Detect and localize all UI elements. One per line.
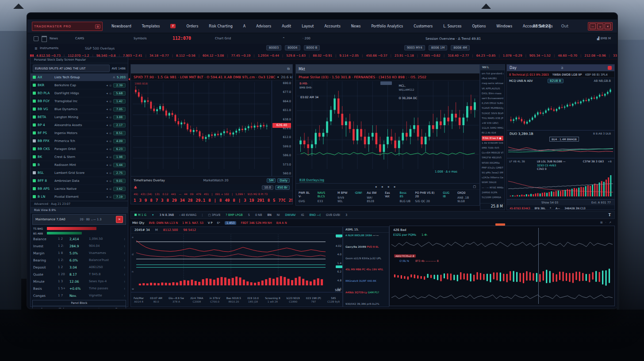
footer-column[interactable]: Asi 8WWA! 8528	[367, 191, 380, 203]
trade-tool-item[interactable]: 3	[345, 213, 347, 217]
watchlist-row[interactable]: BKCrest & Stern◂▫1.98	[31, 153, 128, 161]
watchlist-row[interactable]: BD PLADanFlight Hldgs◂▫5.6B	[31, 89, 128, 97]
chart1-titlebar[interactable]: ⧉	[131, 65, 292, 74]
menu-item[interactable]: Audit	[282, 24, 291, 28]
footer-column[interactable]: ·GIW!	[354, 191, 362, 196]
mini-chart-canvas[interactable]	[508, 84, 613, 129]
clover-icon[interactable]: ♣	[134, 185, 137, 190]
trade-tool-item[interactable]: DWVAV	[285, 213, 296, 217]
trade-tool-item[interactable]: GVB GVBI	[326, 213, 340, 217]
window-control-button[interactable]: —	[590, 23, 596, 29]
market-chip[interactable]: 8008 4M	[451, 45, 470, 50]
pin-icon[interactable]: ▫	[110, 100, 111, 103]
info-icon[interactable]: !	[124, 287, 125, 290]
pin-icon[interactable]: ▫	[110, 171, 111, 175]
pin-icon[interactable]: ▫	[110, 108, 111, 111]
maximize-icon[interactable]: ▢	[473, 185, 476, 188]
watchlist-row[interactable]: BB FGYTransglobal Inc◂▫1.42	[31, 97, 128, 105]
calendar-icon[interactable]	[42, 36, 47, 42]
footer-column[interactable]: NAVS BLCSE33	[318, 191, 333, 203]
trade-tool-item[interactable]: M 1 G	[134, 213, 146, 217]
footer-column[interactable]: PO PHB VS 8) 20S/G QC 20	[415, 191, 439, 203]
menu-item[interactable]: Templates	[142, 24, 160, 28]
watchlist-row[interactable]: BF PSIngenix Motors◂▫8.51	[31, 129, 128, 137]
footer-icon[interactable]: ♯	[80, 307, 81, 309]
indicator-canvas[interactable]	[508, 142, 613, 157]
trade-tool-item[interactable]: ▢ 3PLV8	[208, 213, 220, 217]
risk-close-button[interactable]: ✕	[116, 216, 123, 223]
log-line[interactable]: 9U pMs 3asa2 8M2	[482, 170, 503, 175]
speaker-icon[interactable]: ◂	[106, 84, 107, 87]
caret-up-icon[interactable]: ⌃	[282, 37, 285, 41]
log-line[interactable]: VK APPLAUSUS	[482, 86, 503, 91]
log-line[interactable]: mag-sams wkxsam dyb3	[482, 81, 503, 86]
market-chip[interactable]: 80003	[266, 45, 281, 50]
detail-titlebar[interactable]: Day a	[507, 65, 614, 72]
log-line[interactable]: EASL B9m-mass	[482, 91, 503, 96]
speaker-icon[interactable]: ◂	[106, 171, 107, 175]
menu-item[interactable]: Advisors	[256, 24, 271, 28]
pin-icon[interactable]: ▫	[110, 179, 111, 183]
toolbar-symbols[interactable]: Symbols	[134, 37, 147, 40]
watchlist-row[interactable]: BETALangton Mining◂▫3.88	[31, 113, 128, 121]
pin-icon[interactable]: ▫	[110, 131, 111, 135]
log-line[interactable]: 5G9GE 38V9 BLVMS8	[482, 111, 503, 116]
menu-badge[interactable]: F	[170, 24, 176, 28]
menu-item[interactable]: Newsboard	[111, 24, 131, 28]
footer-column[interactable]: Eas Vot	[385, 191, 395, 200]
chart2-titlebar[interactable]: Mkt	[296, 65, 479, 74]
log-line[interactable]: W9M 38kU8	[482, 180, 503, 185]
info-icon[interactable]: !	[124, 252, 125, 255]
menu-item[interactable]: Windows	[496, 24, 512, 28]
toolbar-news[interactable]: News	[50, 37, 58, 40]
mini-chart-pane[interactable]: MCQ UNB.N A0V 82U8 B AB NB,GB.B	[507, 78, 614, 130]
mini-chip[interactable]: 82U8 B	[548, 79, 564, 83]
footer-column[interactable]: OXQ0AN8 .1B 9LG8	[457, 191, 477, 203]
speaker-icon[interactable]: ◂	[106, 195, 107, 199]
log-line[interactable]: 2AM98 8GPA	[482, 190, 503, 195]
menu-session-label[interactable]: Out	[561, 24, 568, 28]
pin-icon[interactable]: ▫	[110, 155, 111, 159]
info-icon[interactable]: !	[124, 245, 125, 248]
seismo-body[interactable]: 4Z6 Bad E3ZG pwr PQMs 1-Φ- AB0/7E35u2.8 …	[389, 226, 615, 306]
footer-icon[interactable]: ⚑	[115, 307, 118, 309]
log-line[interactable]: 8M8 708k 6V5	[482, 146, 503, 150]
speaker-icon[interactable]: ◂	[106, 139, 107, 143]
menu-item[interactable]: Options	[472, 24, 486, 28]
instruments-label[interactable]: Instruments	[40, 46, 58, 50]
watchlist-row[interactable]: BP 4Alexandria Assets◂▫2.17	[31, 121, 128, 129]
risk-ticks[interactable]: 20 · 80 ⌄— 1.3	[80, 218, 101, 221]
watchlist-row[interactable]: BSLLambert Grid Score◂▫2.75	[31, 169, 128, 177]
trade-tool-item[interactable]: BN	[267, 213, 271, 217]
indicator-box[interactable]: BU4 · 1.4M BWAGB	[549, 137, 579, 142]
volume-pane[interactable]: LF VB 4L 3B LB LGL 3UB 9LGBB — C3?W 3B 3…	[507, 158, 614, 199]
trade-tool-item[interactable]: 0 NB	[255, 213, 262, 217]
menu-item[interactable]: News	[351, 24, 361, 28]
trade-tool-item[interactable]: |	[202, 213, 203, 217]
log-line[interactable]: om fuk grandord amor	[482, 71, 503, 76]
info-icon[interactable]: !	[124, 238, 125, 241]
trade-tool-item[interactable]: ? BMP LPGB	[226, 213, 243, 217]
pin-icon[interactable]: ▫	[110, 92, 111, 95]
footer-icon[interactable]: ▦ Δ	[58, 307, 65, 309]
log-line[interactable]: swrt Bunsassword?	[482, 96, 503, 101]
pin-icon[interactable]: ▫	[110, 163, 111, 167]
log-line[interactable]: 5GAVE MUMBAI2y	[482, 106, 503, 111]
menu-item[interactable]: L. Sources	[443, 24, 461, 28]
trade-tool-item[interactable]: ✦	[152, 213, 154, 217]
watchlist-selected-row[interactable]: AX Lists Tech Group A 5.203	[31, 73, 128, 81]
log-line[interactable]: Gu+B4 M88GB V5u8M	[482, 150, 503, 155]
market-chip[interactable]: 8000 B	[304, 45, 320, 50]
speaker-icon[interactable]: ◂	[106, 131, 107, 135]
log-line[interactable]: u2A3a 9Wams Ga	[482, 175, 503, 180]
chart1-canvas[interactable]	[133, 82, 270, 169]
watchlist-row[interactable]: BB FPXPrimerica Tch◂▫4.09	[31, 137, 128, 145]
toolbar-chart-grid[interactable]: Chart Grid	[215, 37, 231, 40]
menu-item[interactable]: A	[243, 24, 245, 28]
info-icon[interactable]: !	[124, 266, 125, 269]
menu-item[interactable]: Accounts	[324, 24, 340, 28]
info-icon[interactable]: !	[124, 280, 125, 283]
speaker-icon[interactable]: ◂	[106, 100, 107, 103]
footer-column[interactable]: M BPW9/V9 9EL	[337, 191, 350, 203]
market-chip[interactable]: 9003 MY4	[404, 45, 425, 50]
